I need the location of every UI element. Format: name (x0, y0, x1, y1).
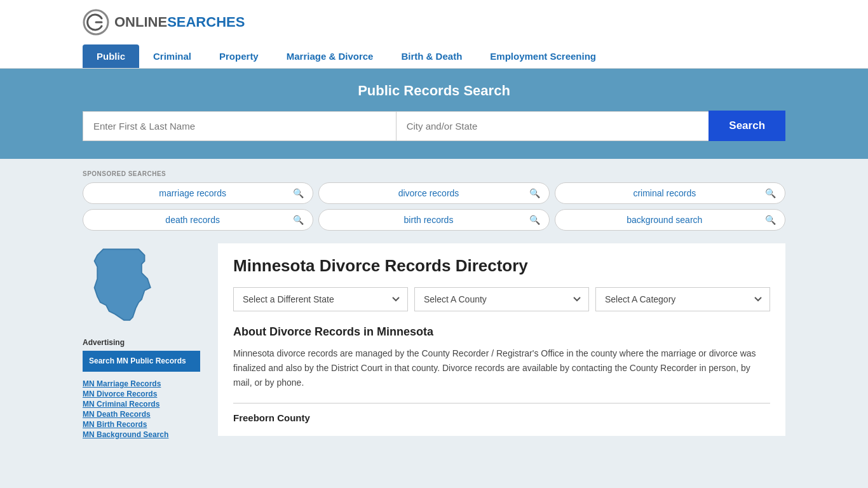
sponsored-grid: marriage records 🔍 divorce records 🔍 cri… (83, 182, 785, 231)
sidebar-ad-button[interactable]: Search MN Public Records (83, 351, 200, 372)
search-icon-marriage: 🔍 (293, 188, 304, 198)
nav-item-property[interactable]: Property (205, 44, 273, 68)
divider (233, 403, 770, 403)
nav-item-birth-death[interactable]: Birth & Death (387, 44, 476, 68)
logo-searches: SEARCHES (167, 14, 245, 30)
nav-item-public[interactable]: Public (83, 44, 139, 68)
dropdown-state[interactable]: Select a Different State (233, 287, 408, 311)
sidebar-link-criminal[interactable]: MN Criminal Records (83, 400, 200, 409)
sponsored-item-text-marriage: marriage records (92, 188, 293, 198)
sidebar: Advertising Search MN Public Records MN … (83, 243, 200, 439)
sidebar-link-divorce[interactable]: MN Divorce Records (83, 390, 200, 398)
sidebar-link-birth[interactable]: MN Birth Records (83, 420, 200, 429)
sidebar-link-marriage[interactable]: MN Marriage Records (83, 379, 200, 388)
search-icon-divorce: 🔍 (529, 188, 540, 198)
logo-area: ONLINESEARCHES (83, 9, 245, 36)
nav-item-criminal[interactable]: Criminal (139, 44, 205, 68)
section-about-text: Minnesota divorce records are managed by… (233, 346, 770, 390)
sponsored-item-birth[interactable]: birth records 🔍 (318, 209, 549, 231)
logo-text: ONLINESEARCHES (114, 14, 245, 30)
mn-map (83, 243, 165, 326)
sponsored-item-background[interactable]: background search 🔍 (555, 209, 785, 231)
county-title: Freeborn County (233, 412, 770, 423)
search-banner: Public Records Search Search (0, 69, 868, 159)
search-icon-death: 🔍 (293, 215, 304, 225)
logo-online: ONLINE (114, 14, 167, 30)
nav-item-marriage-divorce[interactable]: Marriage & Divorce (273, 44, 388, 68)
advertising-label: Advertising (83, 338, 200, 347)
search-input-name[interactable] (83, 111, 396, 141)
search-icon-birth: 🔍 (529, 215, 540, 225)
sponsored-item-death[interactable]: death records 🔍 (83, 209, 313, 231)
main-area: SPONSORED SEARCHES marriage records 🔍 di… (0, 159, 868, 458)
search-input-location[interactable] (396, 111, 709, 141)
nav-item-employment[interactable]: Employment Screening (476, 44, 610, 68)
sponsored-label: SPONSORED SEARCHES (83, 170, 785, 177)
sponsored-item-text-death: death records (92, 215, 293, 225)
main-content-area: Minnesota Divorce Records Directory Sele… (218, 243, 785, 436)
sponsored-item-text-criminal: criminal records (564, 188, 765, 198)
search-icon-criminal: 🔍 (765, 188, 776, 198)
sidebar-link-background[interactable]: MN Background Search (83, 430, 200, 439)
search-form: Search (83, 111, 785, 141)
dropdown-category[interactable]: Select A Category (595, 287, 770, 311)
sidebar-links: MN Marriage Records MN Divorce Records M… (83, 379, 200, 439)
sidebar-link-death[interactable]: MN Death Records (83, 410, 200, 419)
header: ONLINESEARCHES Public Criminal Property … (0, 0, 868, 69)
header-top: ONLINESEARCHES (83, 9, 785, 36)
sponsored-item-text-divorce: divorce records (328, 188, 529, 198)
sponsored-item-text-birth: birth records (328, 215, 529, 225)
search-banner-title: Public Records Search (83, 83, 785, 99)
main-nav: Public Criminal Property Marriage & Divo… (83, 44, 785, 68)
dropdown-county[interactable]: Select A County (414, 287, 589, 311)
search-button[interactable]: Search (709, 111, 785, 141)
dropdowns-row: Select a Different State Select A County… (233, 287, 770, 311)
logo-icon (83, 9, 109, 36)
sponsored-item-divorce[interactable]: divorce records 🔍 (318, 182, 549, 204)
search-icon-background: 🔍 (765, 215, 776, 225)
page-title: Minnesota Divorce Records Directory (233, 256, 770, 276)
sponsored-item-criminal[interactable]: criminal records 🔍 (555, 182, 785, 204)
section-about-title: About Divorce Records in Minnesota (233, 325, 770, 339)
content-row: Advertising Search MN Public Records MN … (83, 243, 785, 439)
sponsored-item-marriage[interactable]: marriage records 🔍 (83, 182, 313, 204)
sponsored-item-text-background: background search (564, 215, 765, 225)
